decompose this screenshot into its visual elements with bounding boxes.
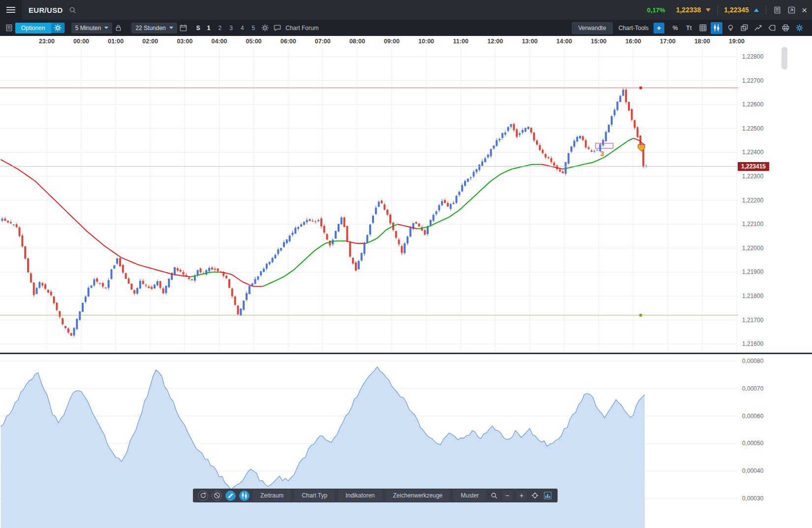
lock-icon [115,24,122,32]
chevron-down-icon [104,27,108,29]
overlapping-windows-icon [741,24,748,32]
chart-typ-button[interactable]: Chart Typ [294,490,335,501]
options-button[interactable]: Optionen [15,23,51,33]
svg-text:08:00: 08:00 [349,38,365,45]
zoom-tool-button[interactable] [490,492,499,499]
zeichenwerkzeuge-button[interactable]: Zeichenwerkzeuge [386,490,450,501]
indicator-lamp-button[interactable] [724,22,736,34]
bar-count-button-3[interactable]: 3 [225,23,237,33]
crosshair-tool-button[interactable] [531,492,539,499]
zoom-out-button[interactable]: − [502,491,513,500]
interval-dropdown[interactable]: 5 Minuten [71,23,113,33]
svg-text:1,22000: 1,22000 [742,245,764,252]
percent-scale-button[interactable]: % [669,22,681,34]
svg-text:09:00: 09:00 [384,38,400,45]
svg-text:12:00: 12:00 [487,38,503,45]
magnifier-icon [491,492,498,499]
gear-icon [261,24,269,32]
target-line-handle[interactable] [639,314,642,317]
buy-price[interactable]: 1,22345 [724,6,749,14]
printer-icon [782,24,789,32]
svg-text:19:00: 19:00 [729,38,745,45]
chart-settings-button[interactable] [261,24,269,32]
text-tool-button[interactable]: Tt [683,22,695,34]
tool-settings-button[interactable] [793,22,805,34]
calendar-button[interactable] [180,24,187,32]
current-price-label: 1,223415 [738,162,769,171]
svg-text:0,00040: 0,00040 [742,467,764,474]
forum-bubble-button[interactable] [274,24,281,32]
grid-toggle-button[interactable] [697,22,709,34]
options-settings-button[interactable] [51,23,64,33]
candlestick-icon [241,492,248,499]
svg-text:1,21900: 1,21900 [742,268,764,275]
pencil-icon [227,492,234,499]
gear-icon [796,24,803,32]
chart-area[interactable]: 23:0000:0001:0002:0003:0004:0005:0006:00… [0,36,812,528]
svg-text:04:00: 04:00 [212,38,227,45]
bar-count-button-1[interactable]: 1 [203,23,215,33]
time-axis: 23:0000:0001:0002:0003:0004:0005:0006:00… [39,38,745,45]
callout-arrow-icon [768,24,776,32]
svg-text:1,22200: 1,22200 [742,197,764,204]
trend-signal-button[interactable] [752,22,764,34]
svg-text:14:00: 14:00 [557,38,572,45]
compare-charts-button[interactable] [738,22,750,34]
chart-forum-link[interactable]: Chart Forum [285,25,318,32]
zoom-in-button[interactable]: + [516,491,527,500]
expand-window-button[interactable] [788,6,795,14]
watchlist-panel-button[interactable] [774,6,781,14]
chart-tools-label: Chart-Tools [619,25,649,32]
svg-text:00:00: 00:00 [73,38,89,45]
interval-value: 5 Minuten [75,25,101,32]
candlestick-icon [713,24,720,32]
pattern-highlight-box[interactable] [595,143,613,148]
crosshair-icon [531,492,538,499]
disable-drawing-button[interactable] [212,491,222,501]
sell-price[interactable]: 1,22338 [676,6,701,14]
svg-text:1,22400: 1,22400 [742,149,764,156]
svg-text:23:00: 23:00 [39,38,55,45]
callout-tool-button[interactable] [766,22,778,34]
mini-chart-button[interactable] [543,492,553,499]
related-button[interactable]: Verwandte [572,22,613,34]
svg-text:1,22500: 1,22500 [742,125,764,132]
close-icon[interactable]: × [802,5,807,15]
price-chart[interactable]: 23:0000:0001:0002:0003:0004:0005:0006:00… [0,36,812,353]
reset-chart-button[interactable] [198,491,208,501]
menu-button[interactable] [0,0,22,20]
svg-text:0,00060: 0,00060 [742,413,764,420]
svg-text:06:00: 06:00 [281,38,296,45]
candle-mode-button[interactable] [239,491,250,501]
svg-text:1,21800: 1,21800 [742,293,764,299]
calendar-icon [180,24,187,32]
sidebar-panel-button[interactable] [5,24,13,32]
divider [766,5,766,15]
refresh-icon [200,492,207,499]
bar-count-button-2[interactable]: 2 [215,23,226,33]
muster-button[interactable]: Muster [453,490,486,501]
bar-count-button-4[interactable]: 4 [237,23,248,33]
candlesticks [1,88,647,337]
bar-count-button-5[interactable]: 5 [248,23,259,33]
scale-scrollbar[interactable] [781,47,787,69]
indicator-scale[interactable]: 0,000800,000700,000600,000500,000400,000… [742,358,764,502]
draw-mode-button[interactable] [225,491,236,501]
svg-text:02:00: 02:00 [142,38,158,45]
svg-text:0,00080: 0,00080 [742,358,764,364]
price-scale[interactable]: 1,228001,227001,226001,225001,224001,223… [742,53,764,347]
window-header: EUR/USD 0,17% 1,22338 1,22345 × [0,0,812,20]
search-icon[interactable] [69,6,76,14]
expand-icon [788,6,795,14]
zeitraum-button[interactable]: Zeitraum [253,490,291,501]
svg-text:05:00: 05:00 [246,38,262,45]
lock-scale-button[interactable] [115,24,122,32]
add-chart-tool-button[interactable]: + [654,23,664,33]
indikatoren-button[interactable]: Indikatoren [338,490,382,501]
gear-icon [54,24,62,32]
alert-line-handle[interactable] [639,86,642,89]
range-dropdown[interactable]: 22 Stunden [131,23,177,33]
print-button[interactable] [780,22,791,34]
svg-text:18:00: 18:00 [694,38,710,45]
candlestick-type-button[interactable] [711,22,722,34]
